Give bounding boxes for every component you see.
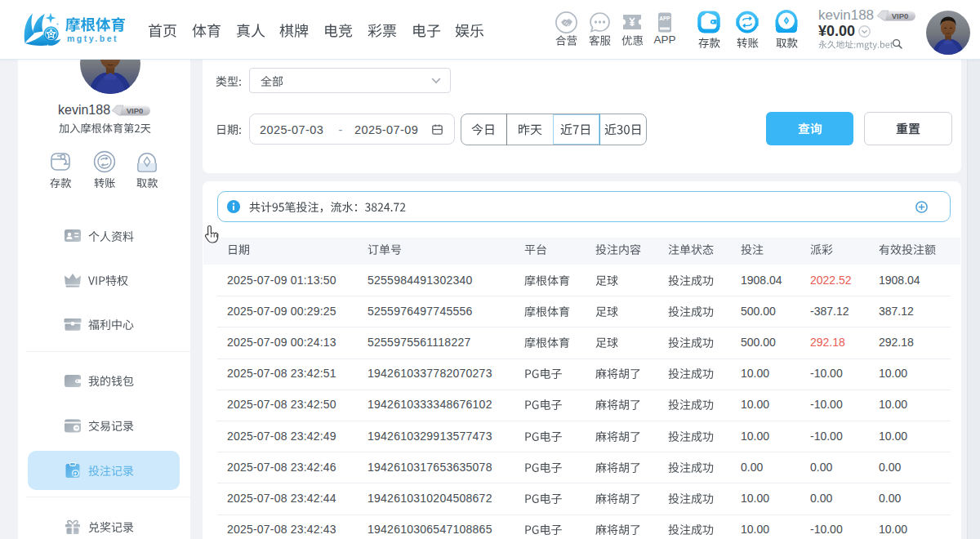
svg-text:VIP0: VIP0 (127, 106, 144, 115)
svg-text:APP: APP (659, 16, 670, 21)
svg-text:VIP0: VIP0 (892, 11, 909, 20)
